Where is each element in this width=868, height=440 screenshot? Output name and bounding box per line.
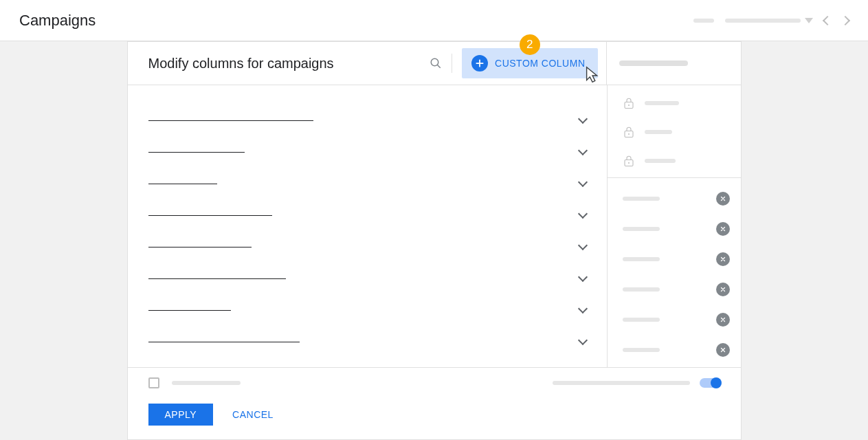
- top-bar: Campaigns: [0, 0, 868, 41]
- content-area: Modify columns for campaigns 2 CUSTOM CO…: [0, 41, 868, 440]
- remove-column-button[interactable]: [716, 222, 730, 236]
- top-bar-right: [693, 17, 849, 24]
- apply-button[interactable]: APPLY: [148, 404, 214, 426]
- footer-actions-row: APPLY CANCEL: [148, 404, 720, 426]
- removable-columns-block: [608, 178, 741, 364]
- custom-column-label: CUSTOM COLUMN: [495, 58, 585, 69]
- search-icon[interactable]: [430, 57, 442, 69]
- chevron-down-icon: [577, 336, 587, 345]
- svg-point-0: [431, 58, 438, 66]
- custom-column-button[interactable]: 2 CUSTOM COLUMN: [462, 48, 597, 78]
- footer-options-row: [148, 377, 720, 388]
- column-label: [623, 318, 660, 322]
- category-label: [148, 184, 217, 184]
- locked-column-item: [623, 125, 727, 139]
- right-panel-title: [619, 60, 688, 66]
- toggle-knob: [711, 377, 722, 388]
- svg-line-1: [437, 65, 441, 68]
- account-dropdown[interactable]: [725, 18, 813, 23]
- locked-column-item: [623, 96, 727, 110]
- vertical-divider: [452, 54, 452, 73]
- category-label: [148, 278, 286, 279]
- chevron-down-icon: [577, 241, 587, 250]
- category-label: [148, 247, 252, 248]
- category-row[interactable]: [148, 168, 590, 199]
- chevron-down-icon: [805, 18, 813, 23]
- category-label: [148, 342, 300, 342]
- category-label: [148, 120, 313, 121]
- selected-columns-panel: [607, 85, 741, 367]
- modify-columns-modal: Modify columns for campaigns 2 CUSTOM CO…: [127, 41, 742, 440]
- cursor-icon: [583, 65, 603, 85]
- chevron-down-icon: [577, 272, 587, 282]
- svg-point-5: [628, 133, 630, 135]
- cancel-button[interactable]: CANCEL: [232, 409, 274, 420]
- modal-body: [128, 85, 741, 367]
- plus-icon: [471, 55, 488, 72]
- remove-column-button[interactable]: [716, 343, 730, 357]
- category-row[interactable]: [148, 326, 590, 358]
- svg-point-3: [628, 104, 630, 106]
- modal-header-left: Modify columns for campaigns 2 CUSTOM CO…: [128, 42, 607, 85]
- modal-title: Modify columns for campaigns: [148, 56, 430, 72]
- chevron-down-icon: [577, 114, 587, 124]
- toggle-label: [553, 381, 690, 385]
- category-label: [148, 152, 245, 153]
- removable-column-item[interactable]: [623, 313, 730, 327]
- remove-column-button[interactable]: [716, 283, 730, 296]
- column-label: [623, 197, 660, 201]
- remove-column-button[interactable]: [716, 192, 730, 206]
- chevron-down-icon: [577, 304, 587, 314]
- removable-column-item[interactable]: [623, 283, 730, 296]
- svg-point-7: [628, 162, 630, 164]
- column-label: [645, 101, 679, 105]
- locked-columns-block: [608, 85, 741, 178]
- chevron-down-icon: [577, 177, 587, 187]
- removable-column-item[interactable]: [623, 343, 730, 357]
- column-label: [645, 130, 672, 134]
- toggle-switch[interactable]: [700, 378, 720, 388]
- nav-prev-button[interactable]: [823, 15, 832, 25]
- column-label: [623, 348, 660, 352]
- lock-icon: [623, 154, 635, 168]
- chevron-down-icon: [577, 146, 587, 155]
- column-label: [623, 227, 660, 231]
- category-row[interactable]: [148, 136, 590, 168]
- removable-column-item[interactable]: [623, 192, 730, 206]
- column-label: [623, 257, 660, 261]
- columns-categories-list: [128, 85, 607, 367]
- category-row[interactable]: [148, 294, 590, 326]
- column-label: [623, 287, 660, 292]
- nav-next-button[interactable]: [841, 15, 850, 25]
- lock-icon: [623, 125, 635, 139]
- removable-column-item[interactable]: [623, 222, 730, 236]
- remove-column-button[interactable]: [716, 252, 730, 266]
- category-row[interactable]: [148, 263, 590, 294]
- placeholder-line: [725, 19, 801, 23]
- chevron-down-icon: [577, 209, 587, 219]
- column-label: [645, 159, 676, 163]
- save-columns-checkbox-group: [148, 377, 241, 388]
- category-row[interactable]: [148, 231, 590, 263]
- removable-column-item[interactable]: [623, 252, 730, 266]
- modal-header-right: [607, 42, 741, 85]
- category-label: [148, 215, 272, 216]
- step-badge: 2: [520, 34, 540, 55]
- remove-column-button[interactable]: [716, 313, 730, 327]
- placeholder-line: [693, 19, 714, 23]
- checkbox-label: [172, 381, 241, 385]
- modal-header: Modify columns for campaigns 2 CUSTOM CO…: [128, 42, 741, 85]
- category-row[interactable]: [148, 104, 590, 136]
- locked-column-item: [623, 154, 727, 168]
- category-row[interactable]: [148, 199, 590, 231]
- search-area: [430, 54, 452, 73]
- lock-icon: [623, 96, 635, 110]
- modal-footer: APPLY CANCEL: [128, 367, 741, 439]
- page-title: Campaigns: [19, 12, 96, 30]
- category-label: [148, 310, 231, 311]
- save-columns-checkbox[interactable]: [148, 377, 159, 388]
- toggle-group: [553, 378, 720, 388]
